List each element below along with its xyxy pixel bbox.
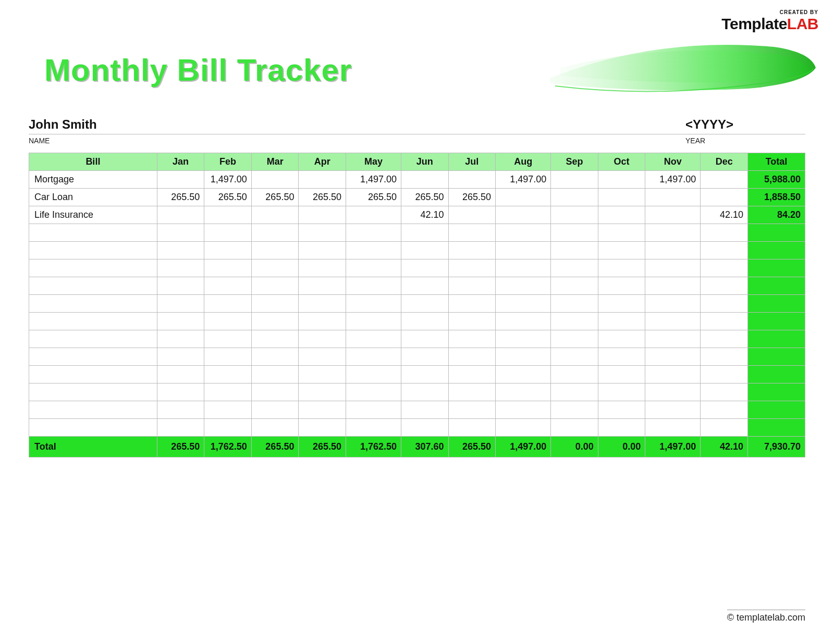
- col-header-sep: Sep: [551, 153, 598, 171]
- data-cell: [496, 295, 551, 313]
- header: Monthly Bill Tracker: [29, 36, 805, 115]
- data-cell: [299, 401, 346, 419]
- data-cell: [551, 277, 598, 295]
- table-row: [29, 401, 805, 419]
- data-cell: [299, 383, 346, 401]
- data-cell: [346, 348, 401, 366]
- data-cell: [701, 295, 748, 313]
- data-cell: [598, 348, 645, 366]
- data-cell: [598, 171, 645, 189]
- row-total-cell: 5,988.00: [747, 171, 805, 189]
- data-cell: [299, 171, 346, 189]
- bill-name-cell: Mortgage: [29, 171, 157, 189]
- name-value: John Smith: [29, 117, 685, 132]
- table-row: [29, 295, 805, 313]
- data-cell: [204, 419, 252, 437]
- data-cell: [701, 383, 748, 401]
- data-cell: [448, 277, 496, 295]
- data-cell: [401, 419, 449, 437]
- data-cell: [401, 224, 449, 242]
- table-body: Mortgage1,497.001,497.001,497.001,497.00…: [29, 171, 805, 437]
- data-cell: 42.10: [401, 206, 449, 224]
- data-cell: [598, 259, 645, 277]
- data-cell: [204, 383, 252, 401]
- data-cell: [551, 313, 598, 330]
- data-cell: [204, 295, 252, 313]
- data-cell: [401, 366, 449, 383]
- row-total-cell: 1,858.50: [747, 189, 805, 206]
- footer-cell: 265.50: [448, 437, 496, 457]
- table-row: [29, 277, 805, 295]
- table-row: Life Insurance42.1042.1084.20: [29, 206, 805, 224]
- row-total-cell: [747, 242, 805, 259]
- data-cell: [701, 277, 748, 295]
- copyright: © templatelab.com: [727, 610, 805, 623]
- data-cell: [299, 348, 346, 366]
- footer-cell: 0.00: [598, 437, 645, 457]
- data-cell: [448, 224, 496, 242]
- bill-name-cell: [29, 419, 157, 437]
- data-cell: [401, 277, 449, 295]
- footer-cell: 265.50: [251, 437, 299, 457]
- row-total-cell: [747, 224, 805, 242]
- data-cell: 1,497.00: [346, 171, 401, 189]
- data-cell: [401, 242, 449, 259]
- data-cell: [701, 348, 748, 366]
- page-title: Monthly Bill Tracker: [44, 52, 352, 88]
- data-cell: [551, 383, 598, 401]
- data-cell: [157, 401, 204, 419]
- data-cell: [496, 189, 551, 206]
- data-cell: [204, 206, 252, 224]
- data-cell: [448, 206, 496, 224]
- row-total-cell: [747, 419, 805, 437]
- bill-table-wrap: BillJanFebMarAprMayJunJulAugSepOctNovDec…: [29, 153, 805, 457]
- data-cell: [551, 224, 598, 242]
- data-cell: 265.50: [299, 189, 346, 206]
- data-cell: [598, 295, 645, 313]
- data-cell: [551, 366, 598, 383]
- data-cell: 1,497.00: [496, 171, 551, 189]
- col-header-jan: Jan: [157, 153, 204, 171]
- footer-cell: 42.10: [701, 437, 748, 457]
- bill-name-cell: [29, 348, 157, 366]
- data-cell: [551, 401, 598, 419]
- data-cell: [299, 277, 346, 295]
- data-cell: [598, 383, 645, 401]
- data-cell: [645, 348, 701, 366]
- data-cell: [448, 313, 496, 330]
- col-header-jul: Jul: [448, 153, 496, 171]
- data-cell: [496, 242, 551, 259]
- name-label: NAME: [29, 137, 685, 145]
- data-cell: [299, 366, 346, 383]
- data-cell: [157, 171, 204, 189]
- footer-cell: 265.50: [299, 437, 346, 457]
- data-cell: [157, 295, 204, 313]
- data-cell: [551, 242, 598, 259]
- data-cell: 265.50: [157, 189, 204, 206]
- meta-row: John Smith <YYYY>: [29, 117, 805, 134]
- col-header-total: Total: [747, 153, 805, 171]
- year-value: <YYYY>: [685, 117, 805, 132]
- data-cell: [157, 206, 204, 224]
- data-cell: [401, 330, 449, 348]
- row-total-cell: [747, 295, 805, 313]
- data-cell: [401, 295, 449, 313]
- table-row: [29, 348, 805, 366]
- data-cell: [401, 171, 449, 189]
- table-row: [29, 419, 805, 437]
- table-row: [29, 383, 805, 401]
- col-header-feb: Feb: [204, 153, 252, 171]
- footer-cell: 0.00: [551, 437, 598, 457]
- data-cell: [346, 383, 401, 401]
- data-cell: [551, 330, 598, 348]
- data-cell: [496, 419, 551, 437]
- data-cell: [496, 224, 551, 242]
- brand-name-a: Template: [721, 15, 787, 32]
- data-cell: [496, 366, 551, 383]
- data-cell: [157, 348, 204, 366]
- data-cell: 265.50: [401, 189, 449, 206]
- footer-cell: 1,497.00: [645, 437, 701, 457]
- data-cell: 265.50: [251, 189, 299, 206]
- data-cell: [251, 295, 299, 313]
- data-cell: [251, 277, 299, 295]
